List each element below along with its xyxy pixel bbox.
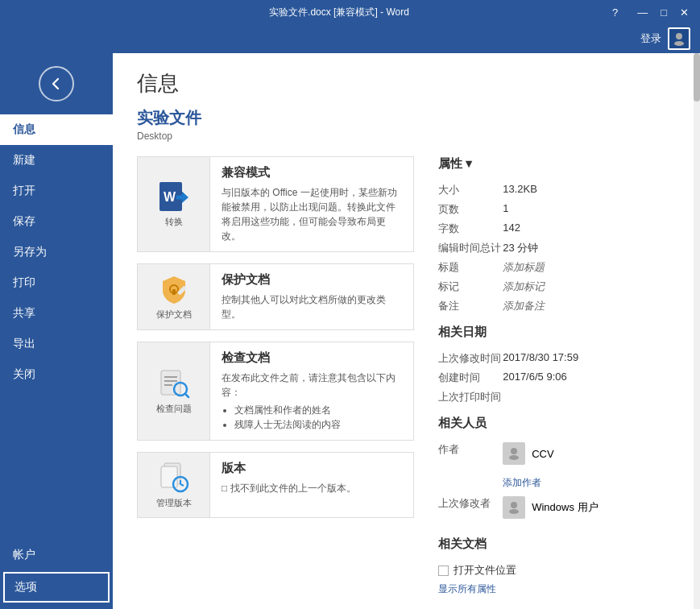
versions-desc: □找不到此文件的上一个版本。 [222,481,402,495]
inspect-card[interactable]: 检查问题 检查文档 在发布此文件之前，请注意其包含以下内容： 文档属性和作者的姓… [137,342,414,441]
svg-point-23 [509,509,519,514]
sidebar-item-print[interactable]: 打印 [0,267,113,298]
prop-label-size: 大小 [438,183,503,197]
author-label: 作者 [438,442,503,471]
versions-card[interactable]: 管理版本 版本 □找不到此文件的上一个版本。 [137,452,414,518]
svg-line-19 [180,484,184,486]
page-title: 信息 [137,69,669,97]
minimize-button[interactable]: — [632,5,652,20]
inspect-label: 检查问题 [156,403,192,415]
prop-label-title: 标题 [438,260,503,275]
titlebar: 实验文件.docx [兼容模式] - Word ? — □ ✕ [0,0,700,24]
prop-label-words: 字数 [438,222,503,236]
back-button[interactable] [39,66,74,102]
sidebar-item-export[interactable]: 导出 [0,329,113,359]
open-location-row: 打开文件位置 [438,563,669,578]
sidebar-item-new[interactable]: 新建 [0,145,113,176]
sidebar-item-open[interactable]: 打开 [0,176,113,206]
compat-body: 兼容模式 与旧版本的 Office 一起使用时，某些新功能被禁用，以防止出现问题… [210,157,413,251]
protect-title: 保护文档 [222,272,402,288]
prop-val-edittime: 23 分钟 [503,241,538,255]
main-layout: 信息 新建 打开 保存 另存为 打印 共享 导出 关闭 帐户 选项 信息 实验文… [0,53,700,609]
header-bar: 登录 [0,24,700,53]
prop-val-title[interactable]: 添加标题 [503,260,545,275]
inspect-item-1: 文档属性和作者的姓名 [234,403,402,417]
left-col: W 转换 兼容模式 与旧版本的 Office 一起使用时，某些新功能被禁用，以防… [137,156,414,596]
date-printed: 上次打印时间 [438,390,669,404]
scrollbar-thumb[interactable] [694,53,700,102]
versions-body: 版本 □找不到此文件的上一个版本。 [210,453,413,517]
sidebar-item-options[interactable]: 选项 [3,572,110,603]
user-avatar[interactable] [668,27,690,50]
prop-title: 标题 添加标题 [438,260,669,275]
sidebar: 信息 新建 打开 保存 另存为 打印 共享 导出 关闭 帐户 选项 [0,53,113,609]
restore-button[interactable]: □ [656,5,672,20]
login-label[interactable]: 登录 [640,31,661,46]
close-button[interactable]: ✕ [675,5,694,20]
prop-label-edittime: 编辑时间总计 [438,241,503,255]
modifier-row: 上次修改者 Windows 用户 [438,496,669,525]
svg-text:W: W [164,190,176,204]
related-persons-title: 相关人员 [438,416,669,434]
author-row: 作者 CCV [438,442,669,471]
sidebar-item-account[interactable]: 帐户 [0,540,113,570]
prop-val-pages: 1 [503,202,508,217]
sidebar-item-share[interactable]: 共享 [0,298,113,329]
protect-icon: 保护文档 [138,264,210,329]
inspect-item-2: 残障人士无法阅读的内容 [234,417,402,432]
date-printed-label: 上次打印时间 [438,390,503,404]
versions-icon: 管理版本 [138,453,210,517]
date-created-label: 创建时间 [438,371,503,385]
svg-point-0 [676,33,682,39]
modifier-name: Windows 用户 [532,500,598,515]
prop-val-tag[interactable]: 添加标记 [503,280,545,294]
prop-size: 大小 13.2KB [438,183,669,197]
sidebar-item-save[interactable]: 保存 [0,206,113,237]
compat-card[interactable]: W 转换 兼容模式 与旧版本的 Office 一起使用时，某些新功能被禁用，以防… [137,156,414,252]
modifier-label: 上次修改者 [438,496,503,525]
sidebar-item-info[interactable]: 信息 [0,114,113,145]
prop-edittime: 编辑时间总计 23 分钟 [438,241,669,255]
versions-label: 管理版本 [156,497,192,509]
prop-val-note[interactable]: 添加备注 [503,299,545,313]
modifier-person: Windows 用户 [503,496,598,519]
date-created: 创建时间 2017/6/5 9:06 [438,371,669,385]
prop-label-tag: 标记 [438,280,503,294]
titlebar-controls: ? — □ ✕ [607,5,694,20]
open-location-checkbox [438,566,449,576]
author-person: CCV [503,442,553,465]
prop-note: 备注 添加备注 [438,299,669,313]
add-author-link[interactable]: 添加作者 [503,476,669,490]
svg-rect-7 [172,289,176,295]
protect-body: 保护文档 控制其他人可以对此文档所做的更改类型。 [210,264,413,329]
properties-section-title[interactable]: 属性 ▾ [438,156,669,175]
prop-words: 字数 142 [438,222,669,236]
content-area: 信息 实验文件 Desktop W 转换 [113,53,694,609]
compat-label: 转换 [165,216,183,228]
related-dates-title: 相关日期 [438,325,669,343]
svg-point-1 [674,41,684,46]
svg-point-21 [509,455,519,460]
show-all-props-link[interactable]: 显示所有属性 [438,583,496,594]
sidebar-item-saveas[interactable]: 另存为 [0,237,113,267]
help-button[interactable]: ? [607,5,623,20]
protect-label: 保护文档 [156,309,192,321]
scrollbar-track [694,53,700,609]
inspect-icon: 检查问题 [138,342,210,440]
sidebar-item-close[interactable]: 关闭 [0,359,113,390]
modifier-avatar [503,496,525,519]
compat-icon: W 转换 [138,157,210,251]
open-location-label: 打开文件位置 [454,563,516,578]
titlebar-title: 实验文件.docx [兼容模式] - Word [71,6,607,19]
author-avatar [503,442,525,465]
two-col-layout: W 转换 兼容模式 与旧版本的 Office 一起使用时，某些新功能被禁用，以防… [137,156,669,596]
svg-rect-16 [161,466,177,487]
protect-card[interactable]: 保护文档 保护文档 控制其他人可以对此文档所做的更改类型。 [137,263,414,330]
compat-title: 兼容模式 [222,165,402,180]
prop-label-note: 备注 [438,299,503,313]
inspect-body: 检查文档 在发布此文件之前，请注意其包含以下内容： 文档属性和作者的姓名 残障人… [210,342,413,440]
svg-point-22 [511,502,517,508]
date-modified-label: 上次修改时间 [438,351,503,366]
inspect-desc: 在发布此文件之前，请注意其包含以下内容： 文档属性和作者的姓名 残障人士无法阅读… [222,371,402,432]
svg-line-14 [185,394,188,397]
